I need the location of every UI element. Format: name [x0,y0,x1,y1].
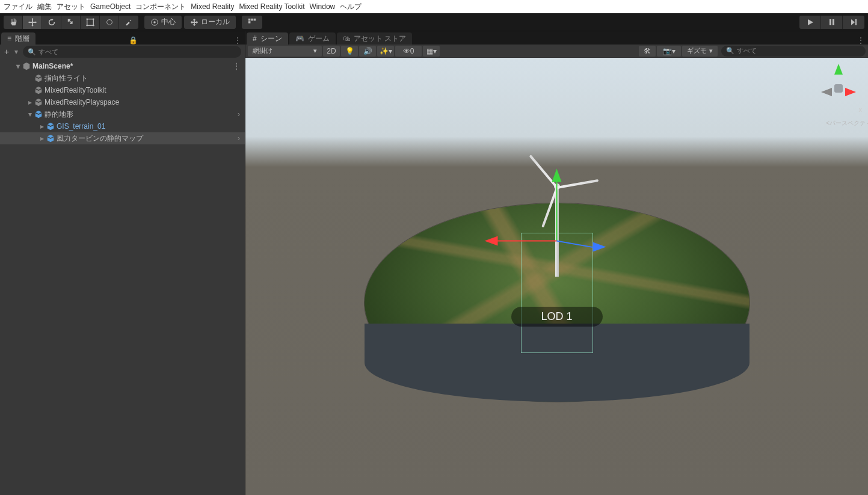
gizmo-y-axis[interactable] [552,169,561,182]
tab-scene[interactable]: # シーン [247,32,288,45]
audio-toggle[interactable]: 🔊 [359,46,376,57]
eye-off-icon: 👁 [403,47,410,55]
camera-button[interactable]: 📷▾ [657,46,681,57]
hierarchy-tab[interactable]: ≡ 階層 [1,32,35,45]
tab-game[interactable]: 🎮 ゲーム [289,32,336,45]
tab-asset-store[interactable]: 🛍 アセット ストア [337,32,412,45]
rotation-label: ローカル [201,17,230,27]
transform-tool[interactable] [100,16,119,29]
panel-lock-icon[interactable]: 🔒 [125,36,141,45]
panel-menu-icon[interactable]: ⋮ [230,36,245,45]
projection-label[interactable]: <パースペクティ [826,119,868,128]
fx-icon: ✨ [380,47,389,55]
tab-label: シーン [260,34,282,44]
orient-x-axis[interactable] [845,88,856,96]
axis-label-x: x [859,106,863,113]
menu-help[interactable]: ヘルプ [340,2,362,12]
gameobject-icon [34,97,43,107]
pivot-mode-button[interactable]: 中心 [144,16,182,29]
chevron-down-icon: ▾ [313,47,317,55]
orient-center[interactable] [834,84,843,93]
2d-toggle[interactable]: 2D [323,46,340,57]
expand-arrow-icon[interactable]: ▸ [38,122,46,131]
main-toolbar: 中心 ローカル [0,13,868,31]
grid-icon: # [253,34,257,43]
fx-toggle[interactable]: ✨▾ [377,46,394,57]
expand-arrow-icon[interactable]: ▾ [26,110,34,118]
menu-window[interactable]: Window [310,2,336,11]
gizmo-x-axis[interactable] [484,236,497,246]
hand-tool[interactable] [4,16,23,29]
tree-item-label: MixedRealityToolkit [45,86,106,94]
svg-point-4 [92,24,94,26]
scene-viewport[interactable]: LOD 1 x <パースペクティ [245,58,868,495]
expand-arrow-icon[interactable]: ▸ [26,98,34,106]
rect-tool[interactable] [81,16,100,29]
rotate-tool[interactable] [42,16,61,29]
panel-menu-icon[interactable]: ⋮ [854,36,868,45]
scene-label: MainScene* [32,62,73,70]
menu-mixed-reality[interactable]: Mixed Reality [191,2,234,11]
lighting-toggle[interactable]: 💡 [341,46,358,57]
scale-tool[interactable] [61,16,81,29]
custom-tool[interactable] [119,16,138,29]
menu-assets[interactable]: アセット [57,2,85,12]
tree-row-gis[interactable]: ▸ GIS_terrain_01 [0,120,245,132]
svg-point-5 [106,19,112,25]
svg-rect-9 [251,18,253,20]
svg-rect-13 [833,19,834,25]
gamepad-icon: 🎮 [295,34,304,43]
expand-arrow-icon[interactable]: ▾ [14,62,22,70]
gizmos-label: ギズモ [687,46,707,55]
list-icon: ≡ [7,34,11,43]
tree-row-mrtk[interactable]: MixedRealityToolkit [0,84,245,96]
tree-row-light[interactable]: 指向性ライト [0,72,245,84]
pause-button[interactable] [821,16,843,29]
hierarchy-search-placeholder: すべて [38,48,58,57]
hidden-layers-button[interactable]: 👁0 [395,46,422,57]
rotation-mode-button[interactable]: ローカル [184,16,236,29]
hierarchy-search[interactable]: 🔍 すべて [23,46,241,58]
tree-row-terrain-group[interactable]: ▾ 静的地形 › [0,108,245,120]
expand-arrow-icon[interactable]: ▸ [38,134,46,143]
scene-menu-icon[interactable]: ⋮ [228,62,245,70]
prefab-open-icon[interactable]: › [238,134,245,143]
menu-component[interactable]: コンポーネント [135,2,186,12]
svg-rect-0 [87,19,93,25]
hierarchy-panel: ≡ 階層 🔒 ⋮ + ▾ 🔍 すべて ▾ MainScene* ⋮ [0,31,245,495]
scene-search[interactable]: 🔍 すべて [721,46,866,57]
orientation-gizmo[interactable]: x <パースペクティ [817,66,860,120]
svg-rect-10 [254,18,256,20]
menu-file[interactable]: ファイル [4,2,32,12]
grid-visibility-button[interactable]: ▦▾ [423,46,440,57]
menu-bar: ファイル 編集 アセット GameObject コンポーネント Mixed Re… [0,0,868,13]
tree-scene-row[interactable]: ▾ MainScene* ⋮ [0,60,245,72]
svg-rect-12 [830,19,831,25]
tree-row-turbine[interactable]: ▸ 風力タービンの静的マップ › [0,132,245,144]
move-tool[interactable] [23,16,42,29]
hierarchy-create-button[interactable]: + [0,47,13,57]
tools-button[interactable]: 🛠 [639,46,656,57]
unity-icon [22,61,31,71]
menu-edit[interactable]: 編集 [37,2,52,12]
shading-label: 網掛け [253,46,272,55]
orient-z-axis[interactable] [821,88,832,96]
step-button[interactable] [843,16,864,29]
menu-gameobject[interactable]: GameObject [90,2,131,11]
tree-row-playspace[interactable]: ▸ MixedRealityPlayspace [0,96,245,108]
hierarchy-tree: ▾ MainScene* ⋮ 指向性ライト MixedRealityToolki… [0,59,245,495]
search-icon: 🔍 [28,48,36,56]
snap-toggle[interactable] [242,16,262,29]
shading-dropdown[interactable]: 網掛け ▾ [248,46,322,57]
prefab-open-icon[interactable]: › [238,110,245,118]
prefab-icon [46,121,55,131]
prefab-icon [34,109,43,119]
gizmo-z-axis[interactable] [593,242,606,252]
gizmos-dropdown[interactable]: ギズモ ▾ [682,46,718,57]
audio-icon: 🔊 [363,47,372,55]
orient-y-axis[interactable] [834,64,843,75]
transform-gizmo[interactable] [556,241,557,242]
tree-item-label: 風力タービンの静的マップ [57,134,143,144]
play-button[interactable] [799,16,821,29]
menu-mrtk[interactable]: Mixed Reality Toolkit [239,2,304,11]
